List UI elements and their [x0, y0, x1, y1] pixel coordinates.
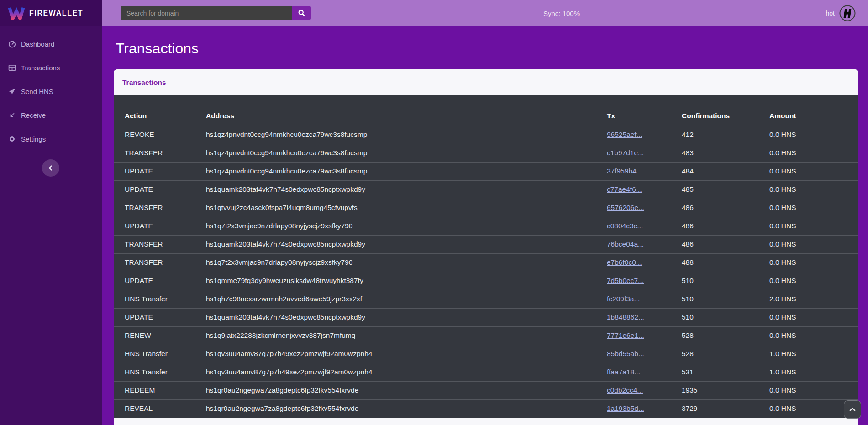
amount-cell: 0.0 HNS	[758, 199, 858, 217]
column-header-tx: Tx	[596, 95, 671, 126]
action-cell: UPDATE	[114, 308, 195, 326]
send-plane-icon	[8, 88, 16, 95]
table-grid-icon	[8, 64, 16, 72]
table-row: UPDATE hs1q7t2x3vmjac9n7drlapy08nyjyscjz…	[114, 217, 858, 235]
amount-cell: 0.0 HNS	[758, 381, 858, 399]
sidebar-item-label: Settings	[21, 135, 46, 143]
column-header-action: Action	[114, 95, 195, 126]
tx-cell: 1b848862...	[596, 308, 671, 326]
address-cell: hs1q7t2x3vmjac9n7drlapy08nyjyscjz9xsfky7…	[195, 253, 596, 272]
action-cell: HNS Transfer	[114, 345, 195, 363]
action-cell: TRANSFER	[114, 144, 195, 162]
handshake-logo-icon[interactable]	[839, 5, 856, 22]
sidebar-item-dashboard[interactable]: Dashboard	[0, 32, 102, 56]
tx-cell: 7d5b0ec7...	[596, 272, 671, 290]
card-title: Transactions	[114, 69, 858, 95]
tx-link[interactable]: 7771e6e1...	[607, 331, 644, 339]
tx-link[interactable]: 96525aef...	[607, 131, 642, 138]
tx-cell: c77ae4f6...	[596, 180, 671, 199]
tx-link[interactable]: 1b848862...	[607, 313, 644, 321]
sidebar-item-transactions[interactable]: Transactions	[0, 56, 102, 79]
action-cell: RENEW	[114, 326, 195, 345]
tx-cell: 37f959b4...	[596, 162, 671, 180]
tx-link[interactable]: ffaa7a18...	[607, 368, 640, 376]
address-cell: hs1qv3uu4amv87g7p7h49xez2pmzwjf92am0wzpn…	[195, 345, 596, 363]
table-row: TRANSFER hs1qz4pnvdnt0ccg94nmkhcu0ezca79…	[114, 144, 858, 162]
tx-link[interactable]: c0804c3c...	[607, 222, 643, 230]
action-cell: TRANSFER	[114, 235, 195, 253]
table-row: HNS Transfer hs1qh7c98nexsrzwrmnh2avved6…	[114, 290, 858, 308]
tx-cell: 85bd55ab...	[596, 345, 671, 363]
firewallet-w-logo-icon	[8, 6, 25, 20]
sidebar-item-receive[interactable]: Receive	[0, 103, 102, 127]
sync-status: Sync: 100%	[543, 9, 580, 17]
table-row: REVEAL hs1qr0au2ngegwa7za8gdeptc6fp32fkv…	[114, 399, 858, 418]
tx-link[interactable]: 1a193b5d...	[607, 404, 644, 412]
sidebar-collapse-button[interactable]	[42, 159, 59, 177]
address-cell: hs1qv3uu4amv87g7p7h49xez2pmzwjf92am0wzpn…	[195, 363, 596, 381]
amount-cell: 0.0 HNS	[758, 144, 858, 162]
address-cell: hs1qr0au2ngegwa7za8gdeptc6fp32fkv554fxrv…	[195, 381, 596, 399]
address-cell: hs1qz4pnvdnt0ccg94nmkhcu0ezca79wc3s8fucs…	[195, 162, 596, 180]
tx-link[interactable]: c77ae4f6...	[607, 185, 642, 193]
action-cell: REVOKE	[114, 126, 195, 144]
sidebar-item-settings[interactable]: Settings	[0, 127, 102, 151]
wallet-name-label: hot	[826, 10, 835, 17]
table-body: REVOKE hs1qz4pnvdnt0ccg94nmkhcu0ezca79wc…	[114, 126, 858, 418]
amount-cell: 0.0 HNS	[758, 180, 858, 199]
tx-link[interactable]: c1b97d1e...	[607, 149, 644, 157]
tx-link[interactable]: fc209f3a...	[607, 295, 640, 303]
tx-link[interactable]: e7b6f0c0...	[607, 258, 642, 266]
scroll-to-top-button[interactable]	[844, 400, 861, 419]
tx-cell: 1a193b5d...	[596, 399, 671, 418]
chevron-up-icon	[847, 404, 857, 415]
address-cell: hs1qtvvuj2zc4asck0fspa7l4uqm8umg45cfvupv…	[195, 199, 596, 217]
amount-cell: 0.0 HNS	[758, 235, 858, 253]
sidebar-item-send-hns[interactable]: Send HNS	[0, 79, 102, 103]
table-row: REVOKE hs1qz4pnvdnt0ccg94nmkhcu0ezca79wc…	[114, 126, 858, 144]
confirmations-cell: 486	[671, 235, 758, 253]
table-row: TRANSFER hs1q7t2x3vmjac9n7drlapy08nyjysc…	[114, 253, 858, 272]
tx-link[interactable]: 37f959b4...	[607, 167, 642, 175]
tx-link[interactable]: 6576206e...	[607, 204, 644, 211]
wallet-switcher[interactable]: hot	[826, 0, 856, 26]
sidebar-item-label: Transactions	[21, 64, 60, 72]
tx-cell: 76bce04a...	[596, 235, 671, 253]
confirmations-cell: 510	[671, 308, 758, 326]
action-cell: REVEAL	[114, 399, 195, 418]
confirmations-cell: 1935	[671, 381, 758, 399]
address-cell: hs1qmme79fq3dy9hweuzuslksdw48trwuyhkt387…	[195, 272, 596, 290]
search-input[interactable]	[121, 6, 292, 20]
amount-cell: 1.0 HNS	[758, 345, 858, 363]
magnifier-icon	[298, 9, 305, 17]
address-cell: hs1quamk203taf4vk7h74s0edxpwc85ncptxwpkd…	[195, 180, 596, 199]
amount-cell: 1.0 HNS	[758, 363, 858, 381]
tx-cell: c0db2cc4...	[596, 381, 671, 399]
transactions-table: Action Address Tx Confirmations Amount R…	[114, 95, 858, 418]
search-button[interactable]	[292, 6, 311, 20]
tx-cell: c1b97d1e...	[596, 144, 671, 162]
tx-link[interactable]: 7d5b0ec7...	[607, 277, 644, 284]
confirmations-cell: 486	[671, 217, 758, 235]
brand[interactable]: FIREWALLET	[0, 0, 102, 26]
confirmations-cell: 485	[671, 180, 758, 199]
address-cell: hs1q7t2x3vmjac9n7drlapy08nyjyscjz9xsfky7…	[195, 217, 596, 235]
address-cell: hs1qz4pnvdnt0ccg94nmkhcu0ezca79wc3s8fucs…	[195, 126, 596, 144]
sidebar-item-label: Dashboard	[21, 40, 54, 48]
tx-cell: 6576206e...	[596, 199, 671, 217]
amount-cell: 0.0 HNS	[758, 217, 858, 235]
sidebar-item-label: Send HNS	[21, 88, 53, 95]
tx-link[interactable]: 85bd55ab...	[607, 350, 644, 357]
tx-cell: 7771e6e1...	[596, 326, 671, 345]
address-cell: hs1qr0au2ngegwa7za8gdeptc6fp32fkv554fxrv…	[195, 399, 596, 418]
tx-link[interactable]: c0db2cc4...	[607, 386, 643, 394]
table-row: TRANSFER hs1quamk203taf4vk7h74s0edxpwc85…	[114, 235, 858, 253]
tx-cell: c0804c3c...	[596, 217, 671, 235]
action-cell: TRANSFER	[114, 253, 195, 272]
domain-search	[121, 6, 311, 20]
tx-link[interactable]: 76bce04a...	[607, 240, 644, 248]
confirmations-cell: 488	[671, 253, 758, 272]
amount-cell: 0.0 HNS	[758, 326, 858, 345]
sidebar: FIREWALLET Dashboard Transactions Send H…	[0, 0, 102, 425]
action-cell: UPDATE	[114, 180, 195, 199]
